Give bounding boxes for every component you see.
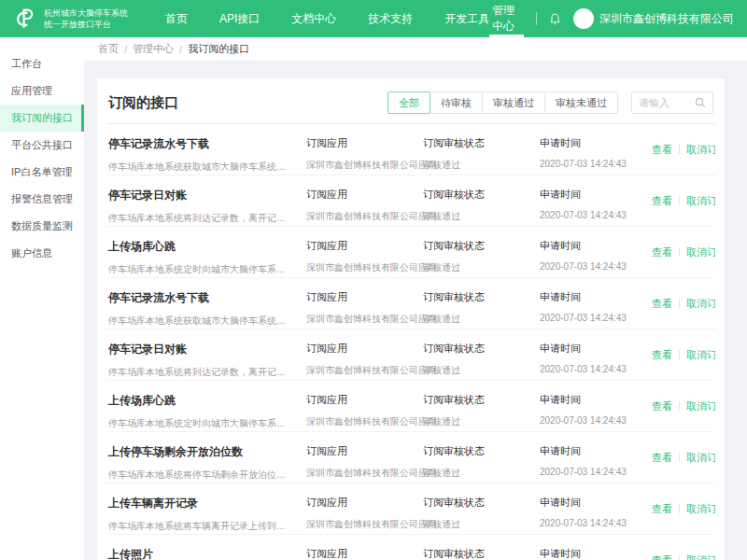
sidebar-item-data-quality[interactable]: 数据质量监测 bbox=[0, 213, 84, 240]
interface-description: 停车场库本地系统将车辆离开记录上传到城市大脑停车系统。调用周期... bbox=[108, 520, 306, 533]
filter-approved-button[interactable]: 审核通过 bbox=[482, 91, 545, 114]
status-cell: 订阅审核状态 审核通过 bbox=[423, 444, 540, 483]
nav-admin-center[interactable]: 管理中心 bbox=[489, 0, 524, 37]
nav-home[interactable]: 首页 bbox=[165, 11, 188, 27]
view-link[interactable]: 查看 bbox=[652, 502, 672, 516]
interface-cell: 上传场库心跳 停车场库本地系统定时向城市大脑停车系统上传心跳，①获取服务器基..… bbox=[108, 393, 306, 431]
status-label: 订阅审核状态 bbox=[423, 342, 540, 356]
sidebar-item-alarm-info[interactable]: 报警信息管理 bbox=[0, 186, 84, 213]
actions-cell: 查看 取消订阅 bbox=[652, 278, 715, 329]
view-link[interactable]: 查看 bbox=[652, 553, 672, 560]
breadcrumb-admin-center[interactable]: 管理中心 bbox=[133, 42, 174, 56]
app-value: 深圳市鑫创博科技有限公司应用 bbox=[306, 518, 423, 531]
actions-cell: 查看 取消订阅 bbox=[652, 124, 715, 175]
time-label: 申请时间 bbox=[540, 136, 652, 150]
cancel-subscription-link[interactable]: 取消订阅 bbox=[686, 348, 715, 362]
sidebar-item-app-management[interactable]: 应用管理 bbox=[0, 77, 84, 105]
interface-description: 停车场库本地系统将停车场剩余开放泊位数上传到城市大脑停车系统。... bbox=[108, 469, 306, 482]
filter-all-button[interactable]: 全部 bbox=[388, 91, 430, 114]
view-link[interactable]: 查看 bbox=[652, 399, 672, 413]
interface-list: 停车记录流水号下载 停车场库本地系统获取城市大脑停车系统已上传成功的场库停车记录… bbox=[106, 124, 715, 560]
user-avatar[interactable] bbox=[573, 8, 594, 29]
app-window: 杭州城市大脑停车系统 统一开放接口平台 首页 API接口 文档中心 技术支持 开… bbox=[0, 0, 747, 560]
breadcrumb-separator: / bbox=[124, 44, 127, 55]
interface-title[interactable]: 上传照片 bbox=[108, 547, 306, 560]
header-divider bbox=[536, 12, 537, 25]
company-name[interactable]: 深圳市鑫创博科技有限公司 bbox=[599, 11, 734, 27]
interface-cell: 上传场库心跳 停车场库本地系统定时向城市大脑停车系统上传心跳，①获取服务器基..… bbox=[108, 239, 306, 277]
card-header: 订阅的接口 全部 待审核 审核通过 审核未通过 bbox=[106, 91, 715, 124]
cancel-subscription-link[interactable]: 取消订阅 bbox=[686, 297, 715, 311]
nav-api[interactable]: API接口 bbox=[219, 11, 260, 27]
time-value: 2020-07-03 14:24:43 bbox=[540, 518, 652, 528]
nav-devtools[interactable]: 开发工具 bbox=[444, 11, 489, 27]
filter-pending-button[interactable]: 待审核 bbox=[430, 91, 483, 114]
action-divider bbox=[679, 555, 680, 560]
cancel-subscription-link[interactable]: 取消订阅 bbox=[686, 245, 715, 259]
app-cell: 订阅应用 深圳市鑫创博科技有限公司应用 bbox=[306, 136, 423, 175]
main-area: 首页 / 管理中心 / 我订阅的接口 订阅的接口 全部 待审核 审核通过 审核未… bbox=[84, 37, 747, 560]
app-cell: 订阅应用 深圳市鑫创博科技有限公司应用 bbox=[306, 188, 423, 226]
interface-cell: 停车记录流水号下载 停车场库本地系统获取城市大脑停车系统已上传成功的场库停车记录… bbox=[108, 136, 306, 175]
brand-title-line1: 杭州城市大脑停车系统 bbox=[44, 7, 128, 19]
view-link[interactable]: 查看 bbox=[652, 194, 672, 208]
interface-description: 停车场库本地系统获取城市大脑停车系统已上传成功的场库停车记录流... bbox=[108, 315, 306, 328]
nav-docs[interactable]: 文档中心 bbox=[291, 11, 336, 27]
status-value: 审核通过 bbox=[423, 210, 540, 223]
time-cell: 申请时间 2020-07-03 14:24:43 bbox=[540, 290, 652, 329]
view-link[interactable]: 查看 bbox=[652, 348, 672, 362]
status-value: 审核通过 bbox=[423, 313, 540, 326]
app-value: 深圳市鑫创博科技有限公司应用 bbox=[306, 415, 423, 428]
time-value: 2020-07-03 14:24:43 bbox=[540, 159, 652, 169]
view-link[interactable]: 查看 bbox=[652, 451, 672, 465]
sidebar-item-account-info[interactable]: 账户信息 bbox=[0, 240, 84, 267]
cancel-subscription-link[interactable]: 取消订阅 bbox=[686, 143, 715, 157]
actions-cell: 查看 取消订阅 bbox=[652, 175, 715, 226]
sidebar-item-my-subscribed-interfaces[interactable]: 我订阅的接口 bbox=[0, 105, 84, 132]
time-cell: 申请时间 2020-07-03 14:24:43 bbox=[540, 547, 652, 560]
cancel-subscription-link[interactable]: 取消订阅 bbox=[686, 194, 715, 208]
breadcrumb-home[interactable]: 首页 bbox=[98, 42, 119, 56]
brand-title: 杭州城市大脑停车系统 统一开放接口平台 bbox=[44, 7, 128, 30]
app-cell: 订阅应用 深圳市鑫创博科技有限公司应用 bbox=[306, 444, 423, 483]
breadcrumb: 首页 / 管理中心 / 我订阅的接口 bbox=[84, 37, 747, 61]
sidebar-item-ip-whitelist[interactable]: IP白名单管理 bbox=[0, 159, 84, 186]
interface-title[interactable]: 停车记录流水号下载 bbox=[108, 290, 306, 306]
cancel-subscription-link[interactable]: 取消订阅 bbox=[686, 399, 715, 413]
view-link[interactable]: 查看 bbox=[652, 143, 672, 157]
interface-title[interactable]: 停车记录日对账 bbox=[108, 342, 306, 357]
notification-bell-icon[interactable] bbox=[549, 12, 561, 26]
sidebar-item-public-interfaces[interactable]: 平台公共接口 bbox=[0, 132, 84, 159]
view-link[interactable]: 查看 bbox=[652, 245, 672, 259]
actions-cell: 查看 取消订阅 bbox=[652, 227, 715, 277]
cancel-subscription-link[interactable]: 取消订阅 bbox=[686, 451, 715, 465]
interface-title[interactable]: 上传停车场剩余开放泊位数 bbox=[108, 444, 306, 460]
time-value: 2020-07-03 14:24:43 bbox=[540, 210, 652, 220]
breadcrumb-separator: / bbox=[179, 44, 182, 55]
filter-rejected-button[interactable]: 审核未通过 bbox=[544, 91, 618, 114]
status-label: 订阅审核状态 bbox=[423, 444, 540, 458]
interface-title[interactable]: 上传车辆离开记录 bbox=[108, 496, 306, 511]
nav-support[interactable]: 技术支持 bbox=[368, 11, 413, 27]
status-cell: 订阅审核状态 审核通过 bbox=[423, 342, 540, 380]
status-cell: 订阅审核状态 审核通过 bbox=[423, 393, 540, 431]
page-title: 订阅的接口 bbox=[108, 94, 178, 112]
status-label: 订阅审核状态 bbox=[423, 188, 540, 202]
search-input[interactable] bbox=[639, 97, 695, 108]
status-label: 订阅审核状态 bbox=[423, 393, 540, 407]
search-icon[interactable] bbox=[695, 97, 706, 108]
view-link[interactable]: 查看 bbox=[652, 297, 672, 311]
cancel-subscription-link[interactable]: 取消订阅 bbox=[686, 502, 715, 516]
interface-title[interactable]: 上传场库心跳 bbox=[108, 393, 306, 409]
interface-title[interactable]: 停车记录流水号下载 bbox=[108, 136, 306, 152]
interface-title[interactable]: 上传场库心跳 bbox=[108, 239, 306, 255]
time-label: 申请时间 bbox=[540, 547, 652, 560]
content-card: 订阅的接口 全部 待审核 审核通过 审核未通过 bbox=[97, 78, 725, 560]
interface-title[interactable]: 停车记录日对账 bbox=[108, 188, 306, 203]
interface-cell: 上传照片 bbox=[108, 547, 306, 560]
breadcrumb-current: 我订阅的接口 bbox=[188, 42, 249, 56]
cancel-subscription-link[interactable]: 取消订阅 bbox=[686, 553, 715, 560]
status-value: 审核通过 bbox=[423, 159, 540, 172]
sidebar-item-workbench[interactable]: 工作台 bbox=[0, 50, 84, 77]
action-divider bbox=[679, 145, 680, 154]
